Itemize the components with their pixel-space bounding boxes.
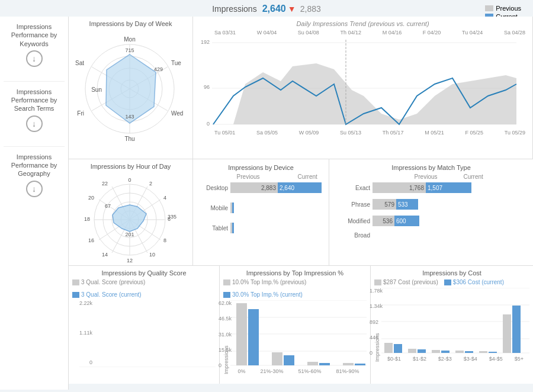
sidebar: Impressions Performance by Keywords ↓ Im…	[0, 17, 69, 390]
svg-text:16: 16	[88, 237, 94, 243]
sidebar-label-keywords: Impressions Performance by Keywords	[4, 23, 65, 48]
svg-rect-103	[384, 343, 393, 353]
device-bar-prev-desktop: 2,883	[230, 182, 278, 193]
svg-text:4: 4	[163, 195, 166, 201]
qs-legend-curr-label: 3 Qual. Score (current)	[81, 291, 142, 298]
device-panel: Impressions by Device Previous Current D…	[193, 159, 329, 265]
prev-value: 2,883	[300, 4, 321, 14]
svg-rect-92	[272, 352, 282, 365]
svg-rect-93	[284, 355, 294, 365]
svg-marker-10	[106, 54, 156, 123]
trend-bottom-xaxis: Tu 05/01 Sa 05/05 W 05/09 Su 05/13 Th 05…	[214, 130, 525, 136]
qs-y-labels: 2.22k 1.11k 0	[79, 300, 216, 365]
content-area: Impressions by Day of Week	[69, 17, 533, 390]
svg-rect-91	[248, 309, 259, 365]
trend-top-xaxis: Sa 03/31 W 04/04 Su 04/08 Th 04/12 M 04/…	[214, 30, 525, 36]
match-title: Impressions by Match Type	[334, 164, 528, 171]
ti-legend-curr-box	[223, 292, 230, 298]
sidebar-divider-1	[4, 81, 65, 82]
hour-title: Impressions by Hour of Day	[72, 163, 189, 170]
svg-rect-108	[441, 351, 449, 353]
match-bar-prev-modified: 536	[373, 216, 394, 226]
svg-text:Sat: Sat	[75, 60, 84, 66]
svg-rect-113	[503, 314, 511, 353]
impressions-label: Impressions	[212, 4, 256, 14]
quality-score-title: Impressions by Quality Score	[72, 269, 216, 277]
cost-title: Impressions by Cost	[374, 269, 529, 277]
svg-text:22: 22	[102, 181, 108, 187]
device-row-desktop: Desktop 2,883 2,640	[198, 182, 324, 193]
device-prev-label: Previous	[233, 173, 262, 180]
trend-title: Daily Impressions Trend (previous vs. cu…	[198, 20, 528, 27]
svg-text:96: 96	[204, 84, 210, 90]
trend-chart-svg: 192 96 0	[198, 37, 518, 128]
sidebar-divider-2	[4, 146, 65, 147]
svg-text:14: 14	[102, 252, 108, 258]
svg-text:10: 10	[149, 252, 155, 258]
ti-x-labels: 0% 21%-30% 51%-60% 81%-90%	[230, 368, 367, 374]
cost-y-labels: 1.78k 1.34k 892 446 0	[370, 288, 383, 356]
match-row-broad: Broad	[334, 232, 528, 239]
device-bar-curr-tablet	[232, 223, 234, 233]
svg-text:18: 18	[84, 216, 90, 222]
cost-panel: Impressions by Cost $287 Cost (previous)…	[371, 266, 533, 384]
cost-legend-prev-box	[374, 279, 381, 285]
svg-rect-104	[394, 344, 402, 353]
match-curr-label: Current	[440, 173, 529, 180]
svg-rect-90	[236, 303, 247, 365]
device-row-mobile: Mobile	[198, 203, 324, 213]
match-label-broad: Broad	[334, 232, 373, 239]
svg-text:143: 143	[125, 114, 134, 120]
match-row-exact: Exact 1,768 1,507	[334, 182, 528, 193]
device-bar-curr-desktop: 2,640	[278, 182, 322, 193]
ti-legend-curr-label: 30.0% Top Imp.% (current)	[232, 291, 303, 298]
svg-text:0: 0	[207, 121, 210, 127]
sidebar-download-keywords[interactable]: ↓	[26, 50, 43, 67]
match-bar-prev-phrase: 579	[373, 199, 396, 210]
cost-legend-curr: $306 Cost (current)	[444, 279, 504, 285]
cost-legend-prev: $287 Cost (previous)	[374, 279, 438, 285]
sidebar-download-geography[interactable]: ↓	[26, 181, 43, 197]
svg-text:8: 8	[163, 237, 166, 243]
svg-rect-94	[307, 362, 318, 365]
device-headers: Previous Current	[198, 173, 324, 180]
trend-arrow: ▼	[288, 4, 296, 14]
quality-score-chart	[79, 367, 216, 392]
bottom-section: Impressions by Quality Score 3 Qual. Sco…	[69, 265, 533, 384]
device-curr-label: Current	[262, 173, 325, 180]
match-row-modified: Modified 536 600	[334, 216, 528, 226]
match-panel: Impressions by Match Type Previous Curre…	[329, 159, 533, 265]
cost-legend-prev-label: $287 Cost (previous)	[383, 279, 438, 285]
radar-week-title: Impressions by Day of Week	[72, 20, 189, 27]
device-label-mobile: Mobile	[198, 205, 230, 211]
sidebar-item-search-terms: Impressions Performance by Search Terms …	[4, 88, 65, 138]
cost-x-labels: $0-$1 $1-$2 $2-$3 $3-$4 $4-$5 $5+	[381, 356, 529, 362]
svg-rect-105	[408, 349, 416, 353]
radar-week-chart: Mon Tue Wed Thu Fri Sat Sun 715 429 143	[72, 30, 188, 145]
radar-hour-chart: 0 2 4 6 8 10 12 14 16 18 20 22 335	[72, 172, 188, 264]
quality-score-legend: 3 Qual. Score (previous) 3 Qual. Score (…	[72, 279, 216, 298]
svg-text:Thu: Thu	[124, 136, 134, 142]
top-impression-title: Impressions by Top Impression %	[223, 269, 367, 277]
svg-rect-106	[418, 349, 426, 353]
match-headers: Previous Current	[334, 173, 528, 180]
svg-text:Sun: Sun	[91, 86, 102, 93]
cost-legend: $287 Cost (previous) $306 Cost (current)	[374, 279, 529, 285]
qs-legend-prev-label: 3 Qual. Score (previous)	[81, 279, 145, 285]
svg-text:Fri: Fri	[77, 110, 84, 117]
cost-legend-curr-box	[444, 279, 451, 285]
svg-text:201: 201	[125, 232, 134, 237]
match-bar-prev-exact: 1,768	[373, 182, 426, 193]
sidebar-download-search-terms[interactable]: ↓	[26, 115, 43, 132]
sidebar-label-geography: Impressions Performance by Geography	[4, 153, 65, 178]
current-value: 2,640	[262, 4, 286, 14]
ti-legend-prev: 10.0% Top Imp.% (previous)	[223, 279, 306, 285]
svg-text:192: 192	[201, 39, 210, 45]
svg-rect-107	[432, 350, 440, 353]
svg-text:2: 2	[149, 181, 152, 187]
svg-text:715: 715	[125, 47, 134, 53]
svg-text:0: 0	[128, 177, 131, 183]
header-section: Impressions 2,640 ▼ 2,883 Previous Curre…	[0, 0, 533, 17]
legend-prev-box	[485, 5, 493, 11]
top-impression-legend: 10.0% Top Imp.% (previous) 30.0% Top Imp…	[223, 279, 367, 298]
